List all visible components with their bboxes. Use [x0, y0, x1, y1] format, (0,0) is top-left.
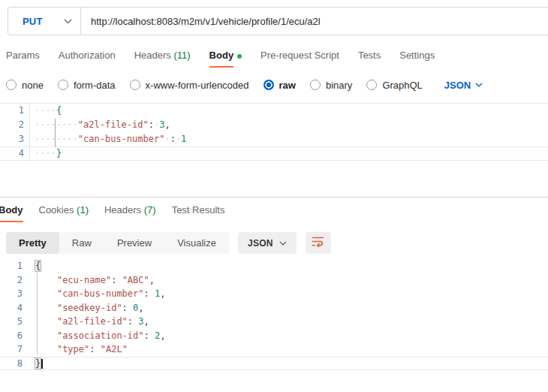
- method-selector[interactable]: PUT: [8, 8, 80, 35]
- body-mode-row: none form-data x-www-form-urlencoded raw…: [6, 76, 483, 94]
- line-number: 5: [0, 315, 30, 329]
- code-line: 1····{: [0, 104, 548, 118]
- chevron-down-icon: [64, 19, 72, 24]
- headers-count: (11): [173, 50, 190, 61]
- line-number: 2: [0, 273, 30, 288]
- code-text: "a2l-file-id": 3,: [30, 315, 149, 329]
- request-tabs: Params Authorization Headers (11) Body P…: [6, 50, 435, 69]
- line-number: 2: [0, 118, 30, 132]
- response-tabs: Body Cookies (1) Headers (7) Test Result…: [0, 204, 224, 224]
- code-text: }: [30, 357, 43, 371]
- indent-guide: [37, 273, 38, 355]
- response-toolbar: Pretty Raw Preview Visualize JSON: [6, 232, 331, 254]
- radio-icon: [6, 80, 17, 90]
- tab-test-results[interactable]: Test Results: [172, 204, 225, 222]
- radio-raw[interactable]: raw: [263, 80, 296, 91]
- chevron-down-icon: [475, 83, 483, 87]
- response-view-switcher: Pretty Raw Preview Visualize: [6, 232, 229, 254]
- tab-body[interactable]: Body: [209, 50, 242, 68]
- line-number: 8: [0, 357, 30, 371]
- code-text: "seedkey-id": 0,: [30, 301, 144, 315]
- code-text: ········"a2l-file-id":·3,: [30, 118, 170, 132]
- indent-guide: [55, 119, 56, 147]
- code-text: ····}: [30, 146, 62, 161]
- view-raw[interactable]: Raw: [59, 232, 104, 254]
- code-text: ········"can-bus-number"·:·1: [30, 132, 186, 146]
- code-text: ····{: [30, 104, 62, 118]
- line-number: 6: [0, 329, 30, 343]
- code-text: "association-id": 2,: [30, 329, 165, 343]
- tab-response-body[interactable]: Body: [0, 204, 23, 222]
- line-number: 7: [0, 342, 30, 357]
- chevron-down-icon: [279, 241, 287, 246]
- radio-checked-icon: [263, 80, 274, 90]
- cookies-count: (1): [77, 204, 89, 216]
- code-line: 7 "type": "A2L": [0, 342, 548, 357]
- view-preview[interactable]: Preview: [104, 232, 164, 254]
- code-text: "ecu-name": "ABC",: [30, 273, 155, 288]
- radio-icon: [366, 80, 377, 90]
- code-line: 2········"a2l-file-id":·3,: [0, 118, 548, 132]
- code-text: "can-bus-number": 1,: [30, 287, 165, 301]
- line-number: 3: [0, 132, 30, 146]
- response-body-editor[interactable]: 1{2 "ecu-name": "ABC",3 "can-bus-number"…: [0, 259, 548, 370]
- view-pretty[interactable]: Pretty: [6, 232, 59, 254]
- code-text: "type": "A2L": [30, 342, 128, 357]
- radio-binary[interactable]: binary: [310, 80, 352, 91]
- radio-graphql[interactable]: GraphQL: [366, 80, 422, 91]
- method-label: PUT: [23, 16, 43, 27]
- code-line: 3 "can-bus-number": 1,: [0, 287, 548, 301]
- code-line: 4····}: [0, 146, 548, 161]
- tab-headers[interactable]: Headers (11): [134, 50, 191, 68]
- code-line: 8}: [0, 357, 548, 371]
- response-headers-count: (7): [144, 204, 156, 216]
- code-line: 1{: [0, 259, 548, 273]
- line-number: 4: [0, 146, 30, 161]
- line-number: 1: [0, 259, 30, 273]
- radio-none[interactable]: none: [6, 80, 44, 91]
- request-url-bar: PUT http://localhost:8083/m2m/v1/vehicle…: [8, 7, 548, 35]
- line-number: 4: [0, 301, 30, 315]
- radio-icon: [130, 80, 140, 90]
- radio-icon: [310, 80, 321, 90]
- code-line: 2 "ecu-name": "ABC",: [0, 273, 548, 288]
- wrap-lines-icon: [312, 236, 324, 250]
- tab-response-headers[interactable]: Headers (7): [104, 204, 156, 222]
- raw-language-dropdown[interactable]: JSON: [444, 80, 483, 91]
- view-visualize[interactable]: Visualize: [164, 232, 229, 254]
- line-number: 3: [0, 287, 30, 301]
- code-line: 3········"can-bus-number"·:·1: [0, 132, 548, 146]
- tab-cookies[interactable]: Cookies (1): [39, 204, 89, 222]
- code-line: 6 "association-id": 2,: [0, 329, 548, 343]
- request-body-editor[interactable]: 1····{2········"a2l-file-id":·3,3·······…: [0, 103, 548, 161]
- radio-x-www-form-urlencoded[interactable]: x-www-form-urlencoded: [130, 80, 249, 91]
- pane-divider[interactable]: [0, 197, 548, 198]
- tab-params[interactable]: Params: [6, 50, 40, 68]
- code-text: {: [30, 259, 41, 273]
- body-modified-dot-icon: [237, 54, 242, 59]
- code-line: 5 "a2l-file-id": 3,: [0, 315, 548, 329]
- tab-settings[interactable]: Settings: [399, 50, 435, 68]
- tab-tests[interactable]: Tests: [358, 50, 381, 68]
- line-number: 1: [0, 104, 30, 118]
- tab-pre-request-script[interactable]: Pre-request Script: [260, 50, 339, 68]
- url-input[interactable]: http://localhost:8083/m2m/v1/vehicle/pro…: [81, 8, 548, 35]
- response-language-dropdown[interactable]: JSON: [238, 232, 297, 254]
- wrap-lines-button[interactable]: [306, 232, 331, 254]
- radio-icon: [58, 80, 68, 90]
- radio-form-data[interactable]: form-data: [58, 80, 116, 91]
- tab-authorization[interactable]: Authorization: [59, 50, 116, 68]
- code-line: 4 "seedkey-id": 0,: [0, 301, 548, 315]
